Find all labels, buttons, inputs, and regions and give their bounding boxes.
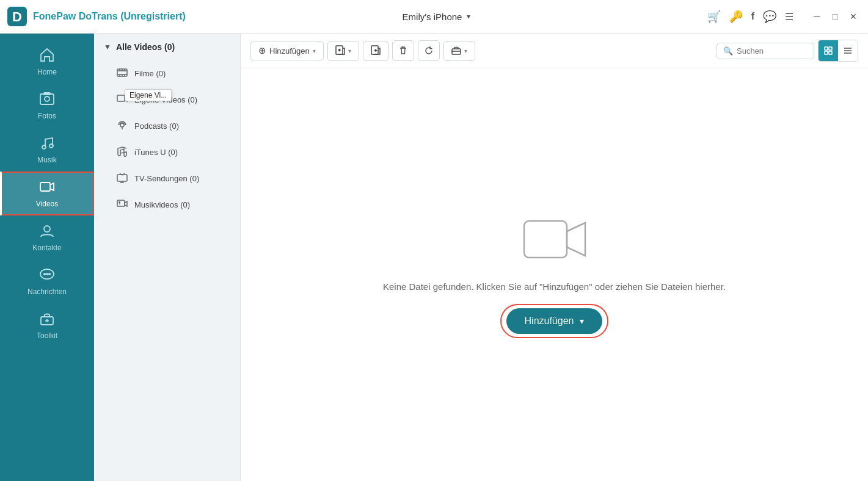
device-selector[interactable]: Emily's iPhone ▾ — [398, 12, 471, 22]
svg-rect-31 — [117, 200, 125, 206]
import-button[interactable] — [363, 41, 388, 61]
briefcase-icon — [451, 45, 461, 57]
grid-view-button[interactable] — [819, 40, 838, 61]
videos-icon — [39, 179, 55, 197]
svg-rect-2 — [40, 94, 54, 104]
fotos-icon — [39, 91, 55, 109]
content-area: ⊕ Hinzufügen ▾ ▾ — [241, 34, 868, 481]
musikvideos-icon — [116, 198, 128, 211]
category-label-itunes-u: iTunes U (0) — [134, 148, 178, 157]
svg-point-26 — [120, 123, 124, 127]
minimize-button[interactable]: ─ — [809, 9, 824, 24]
export-icon — [335, 45, 345, 57]
add-chevron-icon: ▾ — [313, 48, 316, 54]
nachrichten-icon — [39, 267, 55, 285]
sidebar-item-videos[interactable]: Videos — [0, 172, 94, 215]
cart-icon[interactable]: 🛒 — [707, 10, 721, 23]
sidebar-item-home[interactable]: Home — [0, 40, 94, 84]
view-toggle — [818, 40, 858, 62]
category-header-all-videos[interactable]: ▼ Alle Videos (0) — [94, 34, 240, 60]
search-box[interactable]: 🔍 — [717, 43, 814, 59]
empty-state: Keine Datei gefunden. Klicken Sie auf "H… — [241, 68, 868, 481]
menu-icon[interactable]: ☰ — [785, 11, 793, 23]
category-header-label: Alle Videos (0) — [116, 42, 175, 52]
add-btn-outline: Hinzufügen ▾ — [500, 304, 609, 338]
export-button[interactable]: ▾ — [327, 41, 359, 61]
category-item-eigene[interactable]: Eigene Videos (0) Eigene Vi... — [94, 87, 240, 113]
kontakte-icon — [39, 223, 55, 241]
add-files-dropdown-icon: ▾ — [580, 316, 584, 326]
facebook-icon[interactable]: f — [751, 11, 754, 22]
device-name: Emily's iPhone — [403, 12, 462, 22]
category-item-podcasts[interactable]: Podcasts (0) — [94, 113, 240, 139]
titlebar: D FonePaw DoTrans (Unregistriert) Emily'… — [0, 0, 868, 34]
filme-icon — [116, 67, 128, 80]
tv-sendungen-icon — [116, 172, 128, 185]
eigene-tooltip: Eigene Vi... — [125, 89, 172, 101]
sidebar-item-musik[interactable]: Musik — [0, 128, 94, 172]
refresh-button[interactable] — [418, 40, 440, 61]
itunes-u-icon — [116, 146, 128, 159]
close-button[interactable]: ✕ — [846, 9, 861, 24]
svg-point-10 — [44, 273, 45, 275]
sidebar-item-kontakte[interactable]: Kontakte — [0, 215, 94, 259]
svg-rect-37 — [825, 47, 828, 50]
message-icon[interactable]: 💬 — [763, 10, 776, 23]
category-item-itunes-u[interactable]: iTunes U (0) — [94, 139, 240, 165]
add-files-button[interactable]: Hinzufügen ▾ — [506, 308, 603, 334]
category-item-musikvideos[interactable]: Musikvideos (0) — [94, 192, 240, 218]
svg-text:D: D — [12, 9, 22, 24]
home-icon — [39, 47, 55, 65]
add-button[interactable]: ⊕ Hinzufügen ▾ — [250, 41, 324, 60]
key-icon[interactable]: 🔑 — [729, 10, 743, 23]
sidebar-label-home: Home — [37, 68, 57, 76]
add-label: Hinzufügen — [269, 46, 310, 56]
window-controls: ─ □ ✕ — [809, 9, 861, 24]
sidebar-label-toolkit: Toolkit — [37, 331, 57, 340]
sidebar-label-videos: Videos — [36, 200, 58, 208]
sidebar-label-fotos: Fotos — [38, 112, 56, 120]
sidebar-label-nachrichten: Nachrichten — [27, 288, 67, 296]
category-item-tv-sendungen[interactable]: TV-Sendungen (0) — [94, 165, 240, 192]
svg-point-8 — [44, 226, 50, 232]
empty-video-icon — [521, 212, 588, 269]
add-icon: ⊕ — [258, 45, 266, 56]
category-label-podcasts: Podcasts (0) — [134, 121, 179, 131]
category-item-filme[interactable]: Filme (0) — [94, 60, 240, 87]
main-layout: Home Fotos Musik — [0, 34, 868, 481]
more-button[interactable]: ▾ — [443, 41, 475, 61]
sidebar-item-nachrichten[interactable]: Nachrichten — [0, 259, 94, 303]
svg-point-3 — [45, 96, 49, 101]
add-files-label: Hinzufügen — [525, 316, 574, 327]
list-view-button[interactable] — [838, 40, 858, 61]
svg-rect-40 — [829, 51, 832, 54]
svg-rect-28 — [117, 175, 127, 181]
sidebar-item-toolkit[interactable]: Toolkit — [0, 303, 94, 347]
sidebar-label-musik: Musik — [37, 156, 56, 164]
sidebar-item-fotos[interactable]: Fotos — [0, 84, 94, 128]
search-input[interactable] — [737, 46, 804, 56]
svg-point-11 — [46, 273, 48, 275]
maximize-button[interactable]: □ — [828, 9, 842, 24]
svg-rect-38 — [829, 47, 832, 50]
titlebar-actions: 🛒 🔑 f 💬 ☰ ─ □ ✕ — [707, 9, 861, 24]
app-name: FonePaw DoTrans (Unregistriert) — [33, 11, 707, 22]
sidebar: Home Fotos Musik — [0, 34, 94, 481]
category-label-musikvideos: Musikvideos (0) — [134, 200, 190, 209]
app-logo: D — [7, 7, 27, 26]
toolbar: ⊕ Hinzufügen ▾ ▾ — [241, 34, 868, 68]
category-label-tv-sendungen: TV-Sendungen (0) — [134, 174, 199, 183]
svg-rect-7 — [40, 183, 50, 191]
category-label-filme: Filme (0) — [134, 69, 166, 78]
device-chevron-icon: ▾ — [467, 12, 470, 21]
toolkit-icon — [39, 311, 55, 329]
export-chevron-icon: ▾ — [348, 48, 351, 54]
search-icon: 🔍 — [723, 46, 733, 56]
sidebar-label-kontakte: Kontakte — [32, 244, 61, 252]
delete-button[interactable] — [392, 40, 414, 61]
musik-icon — [39, 135, 55, 153]
podcasts-icon — [116, 120, 128, 132]
more-chevron-icon: ▾ — [464, 48, 467, 54]
import-icon — [371, 45, 381, 57]
svg-rect-25 — [117, 95, 125, 101]
